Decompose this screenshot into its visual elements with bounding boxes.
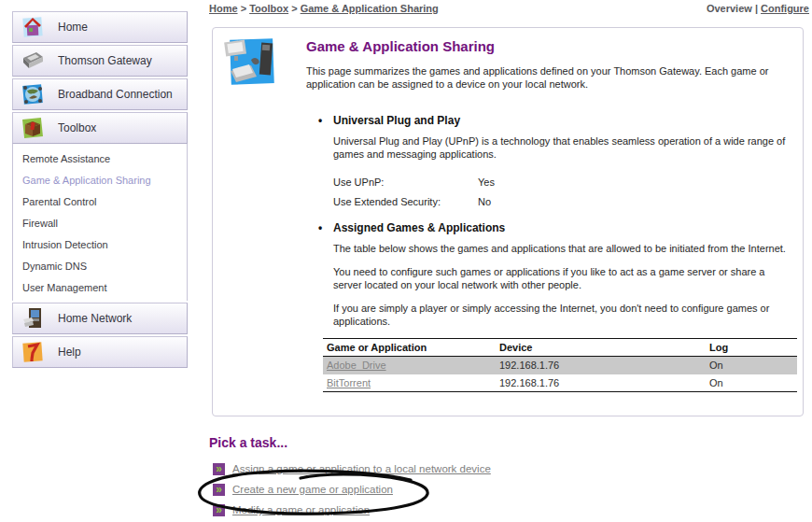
sidebar-item-label: Home: [58, 21, 88, 34]
sidebar-item-help[interactable]: Help: [12, 336, 188, 368]
table-row: Adobe_Drive 192.168.1.76 On: [323, 357, 797, 374]
log-cell: On: [706, 357, 797, 374]
device-cell: 192.168.1.76: [496, 374, 706, 392]
log-cell: On: [706, 374, 797, 392]
breadcrumb: Home > Toolbox > Game & Application Shar…: [209, 3, 439, 14]
overview-tab: Overview: [707, 3, 752, 14]
submenu-item-parental-control[interactable]: Parental Control: [22, 190, 187, 212]
toolbox-submenu: Remote Assistance Game & Application Sha…: [12, 144, 188, 301]
help-icon: [21, 340, 45, 364]
assigned-paragraph: The table below shows the games and appl…: [333, 242, 796, 255]
app-link-bittorrent[interactable]: BitTorrent: [327, 377, 371, 388]
assigned-section-heading: Assigned Games & Applications: [333, 221, 505, 234]
col-header-device: Device: [496, 339, 706, 357]
table-header-row: Game or Application Device Log: [323, 339, 797, 357]
submenu-item-intrusion-detection[interactable]: Intrusion Detection: [22, 233, 187, 255]
gateway-icon: [21, 49, 45, 73]
task-item: » Modify a game or application: [213, 503, 491, 516]
submenu-item-firewall[interactable]: Firewall: [22, 212, 187, 233]
sidebar-item-label: Home Network: [58, 312, 132, 325]
assigned-paragraph: You need to configure such games or appl…: [333, 265, 796, 291]
assigned-apps-table: Game or Application Device Log Adobe_Dri…: [323, 338, 797, 392]
panel-content: Game & Application Sharing This page sum…: [306, 38, 791, 392]
task-link-modify-game[interactable]: Modify a game or application: [232, 504, 370, 515]
submenu-item-user-management[interactable]: User Management: [22, 276, 187, 298]
task-arrow-icon: »: [213, 463, 225, 475]
sidebar-item-label: Broadband Connection: [58, 88, 173, 101]
home-network-icon: [21, 306, 45, 331]
col-header-game-or-application: Game or Application: [323, 339, 496, 357]
view-switch: Overview | Configure: [707, 3, 809, 14]
assigned-paragraph: If you are simply a player or simply acc…: [333, 302, 796, 328]
sidebar-item-home[interactable]: Home: [12, 11, 188, 43]
device-cell: 192.168.1.76: [496, 357, 706, 374]
game-application-sharing-icon: [223, 35, 277, 90]
broadband-icon: [21, 82, 45, 106]
upnp-description: Universal Plug and Play (UPnP) is a tech…: [333, 134, 796, 161]
breadcrumb-link-game-application-sharing[interactable]: Game & Application Sharing: [301, 3, 439, 14]
submenu-item-remote-assistance[interactable]: Remote Assistance: [22, 148, 187, 169]
task-item: » Assign a game or application to a loca…: [213, 462, 491, 475]
sidebar-item-toolbox[interactable]: Toolbox: [12, 112, 188, 144]
sidebar-item-thomson-gateway[interactable]: Thomson Gateway: [12, 45, 188, 77]
submenu-item-dynamic-dns[interactable]: Dynamic DNS: [22, 255, 187, 276]
sidebar-item-label: Help: [58, 346, 81, 359]
page-intro: This page summarizes the games and appli…: [306, 64, 791, 91]
task-list: » Assign a game or application to a loca…: [213, 462, 491, 522]
content-panel: Game & Application Sharing This page sum…: [212, 27, 804, 416]
task-link-assign-game[interactable]: Assign a game or application to a local …: [232, 463, 491, 474]
task-arrow-icon: »: [213, 484, 225, 496]
sidebar-item-home-network[interactable]: Home Network: [12, 303, 188, 334]
bullet-glyph: •: [318, 221, 333, 234]
toolbox-icon: [21, 116, 45, 140]
home-icon: [21, 15, 45, 39]
bullet-glyph: •: [318, 114, 333, 127]
submenu-item-game-application-sharing[interactable]: Game & Application Sharing: [22, 169, 187, 190]
assigned-section: • Assigned Games & Applications The tabl…: [318, 221, 791, 392]
col-header-log: Log: [706, 339, 797, 357]
task-link-create-game[interactable]: Create a new game or application: [232, 484, 393, 495]
breadcrumb-link-toolbox[interactable]: Toolbox: [249, 3, 288, 14]
view-switch-separator: |: [755, 3, 758, 14]
use-extended-security-value: No: [478, 195, 491, 208]
page-title: Game & Application Sharing: [306, 38, 791, 54]
sidebar-item-broadband-connection[interactable]: Broadband Connection: [12, 78, 188, 110]
table-row: BitTorrent 192.168.1.76 On: [323, 374, 797, 392]
breadcrumb-separator: >: [241, 3, 246, 14]
sidebar-item-label: Thomson Gateway: [58, 54, 152, 67]
upnp-section: • Universal Plug and Play Universal Plug…: [318, 114, 791, 208]
breadcrumb-link-home[interactable]: Home: [209, 3, 238, 14]
upnp-section-heading: Universal Plug and Play: [333, 114, 460, 127]
use-upnp-label: Use UPnP:: [333, 176, 478, 189]
task-arrow-icon: »: [213, 504, 225, 516]
sidebar: Home Thomson Gateway Broadband Connectio…: [12, 11, 188, 370]
task-item: » Create a new game or application: [213, 483, 491, 496]
sidebar-item-label: Toolbox: [58, 121, 96, 134]
use-extended-security-label: Use Extended Security:: [333, 195, 478, 208]
app-link-adobe-drive[interactable]: Adobe_Drive: [327, 360, 386, 371]
pick-a-task-heading: Pick a task...: [209, 435, 287, 450]
breadcrumb-separator: >: [291, 3, 297, 14]
use-upnp-value: Yes: [478, 176, 495, 189]
configure-link[interactable]: Configure: [761, 3, 809, 14]
